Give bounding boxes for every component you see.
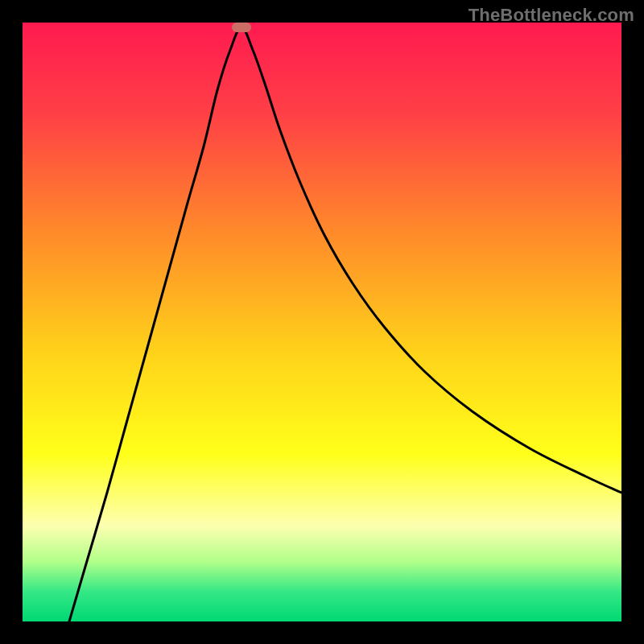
watermark-text: TheBottleneck.com [469, 5, 634, 26]
optimum-marker [232, 23, 251, 32]
chart-frame: TheBottleneck.com [0, 0, 644, 644]
plot-area [23, 23, 621, 621]
bottleneck-curve [23, 23, 621, 621]
curve-path [69, 27, 621, 621]
